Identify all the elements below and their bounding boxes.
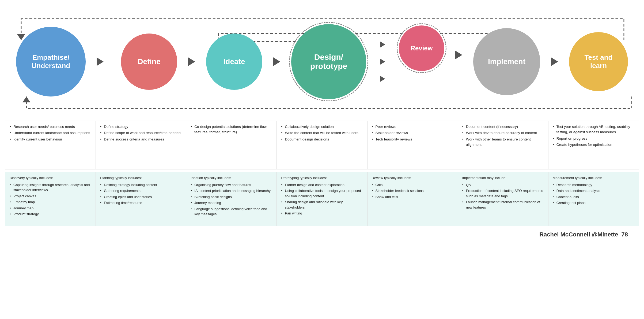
bullet-item: Identify current user behaviour [10, 137, 91, 142]
footer-text: Rachel McConnell @Minette_78 [539, 231, 628, 238]
bullet-item: Document content (if necessary) [462, 124, 544, 129]
dash-item: Capturing insights through research, ana… [10, 182, 91, 193]
dash-item: Content audits [553, 194, 634, 200]
dash-item: Creating epics and user stories [100, 194, 182, 200]
section-label-empathise: Discovery typically includes: [10, 175, 91, 181]
circle-define: Define [121, 34, 177, 90]
col-test-top: Test your solution through AB testing, u… [548, 121, 639, 169]
circle-test: Test andlearn [569, 32, 628, 91]
dash-item: Gathering requirements [100, 188, 182, 194]
dash-item: Show and tells [372, 194, 453, 200]
bullet-item: Co-design potential solutions (determine… [191, 124, 272, 135]
dash-item: Further design and content exploration [281, 182, 363, 188]
col-define-top: Define strategy Define scope of work and… [96, 121, 186, 169]
circle-empathise: Empathise/Understand [16, 27, 86, 97]
dash-item: Production of content including SEO requ… [462, 188, 544, 199]
section-label-ideate: Ideation typically includes: [191, 175, 272, 181]
col-implement-bottom: Implementation may include: QA Productio… [458, 172, 548, 226]
col-design-top: Collaboratively design solution Write th… [277, 121, 367, 169]
circle-ideate-label: Ideate [223, 57, 245, 66]
circle-implement-wrap: Implement [473, 28, 540, 95]
section-label-review: Review typically includes: [372, 175, 453, 181]
col-design-bottom: Prototyping typically includes: Further … [277, 172, 367, 226]
dash-item: Data and sentiment analysis [553, 188, 634, 194]
circle-implement-label: Implement [488, 57, 525, 66]
col-ideate-bottom: Ideation typically includes: Organising … [186, 172, 277, 226]
circle-define-wrap: Define [121, 34, 177, 90]
footer: Rachel McConnell @Minette_78 [5, 226, 639, 241]
dash-item: Journey map [10, 206, 91, 211]
dash-item: Sketching basic designs [191, 194, 272, 200]
dash-item: Sharing design and rationale with key st… [281, 199, 363, 210]
bullet-item: Research user needs/ business needs [10, 124, 91, 129]
circle-ideate: Ideate [206, 34, 262, 90]
bullet-item: Collaboratively design solution [281, 124, 363, 129]
circle-define-label: Define [138, 57, 161, 66]
dash-item: Stakeholder feedback sessions [372, 188, 453, 194]
col-implement-top: Document content (if necessary) Work wit… [458, 121, 548, 169]
circle-review: Review [399, 25, 444, 71]
circle-empathise-wrap: Empathise/Understand [16, 27, 86, 97]
dash-item: Crits [372, 182, 453, 188]
bullet-item: Tech feasibility reviews [372, 137, 453, 142]
circle-test-wrap: Test andlearn [569, 32, 628, 91]
dash-item: Defining strategy including content [100, 182, 182, 188]
bullet-item: Test your solution through AB testing, u… [553, 124, 634, 135]
dash-item: Launch management/ internal communicatio… [462, 199, 544, 210]
circle-design-label: Design/prototype [310, 53, 347, 71]
bullet-item: Peer reviews [372, 124, 453, 129]
dash-item: Creating test plans [553, 200, 634, 206]
bullet-item: Report on progress [553, 136, 634, 141]
flow-area: Empathise/Understand Define Ideate [5, 5, 639, 118]
dash-item: Research methodology [553, 182, 634, 188]
section-label-test: Measurement typically includes: [553, 175, 634, 181]
dash-item: Language suggestions, defining voice/ton… [191, 206, 272, 217]
circle-design: Design/prototype [291, 24, 366, 99]
bullet-item: Work with dev to ensure accuracy of cont… [462, 130, 544, 136]
dash-item: Estimating time/resource [100, 200, 182, 206]
dash-item: Organising journey flow and features [191, 182, 272, 188]
circle-review-label: Review [411, 44, 433, 52]
bullet-item: Work with other teams to ensure content … [462, 137, 544, 148]
dash-item: Project canvas [10, 194, 91, 199]
arrow-6 [551, 57, 558, 66]
page: Empathise/Understand Define Ideate [0, 0, 644, 319]
col-define-bottom: Planning typically includes: Defining st… [96, 172, 186, 226]
col-empathise-top: Research user needs/ business needs Unde… [5, 121, 96, 169]
section-label-implement: Implementation may include: [462, 175, 544, 181]
dash-item: Journey mapping [191, 200, 272, 206]
bullet-item: Stakeholder reviews [372, 130, 453, 136]
circle-design-wrap: Design/prototype [291, 24, 366, 99]
bullet-item: Write the content that will be tested wi… [281, 130, 363, 136]
circle-ideate-wrap: Ideate [206, 34, 262, 90]
dash-item: QA [462, 182, 544, 188]
dash-item: IA, content prioritisation and messaging… [191, 188, 272, 194]
bullet-item: Document design decisions [281, 137, 363, 142]
col-review-top: Peer reviews Stakeholder reviews Tech fe… [368, 121, 458, 169]
col-test-bottom: Measurement typically includes: Research… [548, 172, 639, 226]
dash-item: Empathy map [10, 199, 91, 205]
col-empathise-bottom: Discovery typically includes: Capturing … [5, 172, 96, 226]
content-section-top: Research user needs/ business needs Unde… [5, 121, 639, 169]
col-review-bottom: Review typically includes: Crits Stakeho… [368, 172, 458, 226]
section-label-design: Prototyping typically includes: [281, 175, 363, 181]
circle-implement: Implement [473, 28, 540, 95]
dash-item: Pair writing [281, 211, 363, 216]
dash-item: Product strategy [10, 212, 91, 217]
bullet-item: Define success criteria and measures [100, 137, 182, 142]
arrow-5 [455, 51, 462, 59]
bullet-item: Define strategy [100, 124, 182, 129]
arrow-3 [273, 57, 280, 66]
arrow-2 [188, 57, 195, 66]
arrows-to-review [380, 41, 385, 82]
circle-test-label: Test andlearn [585, 53, 613, 70]
circle-review-wrap: Review [399, 25, 444, 71]
bullet-item: Understand current landscape and assumpt… [10, 130, 91, 136]
content-section-bottom: Discovery typically includes: Capturing … [5, 172, 639, 226]
bullet-item: Create hypotheses for optimisation [553, 142, 634, 147]
circle-empathise-label: Empathise/Understand [32, 53, 70, 70]
section-label-define: Planning typically includes: [100, 175, 182, 181]
dash-item: Using collaborative tools to design your… [281, 188, 363, 199]
col-ideate-top: Co-design potential solutions (determine… [186, 121, 277, 169]
bullet-item: Define scope of work and resource/time n… [100, 130, 182, 136]
